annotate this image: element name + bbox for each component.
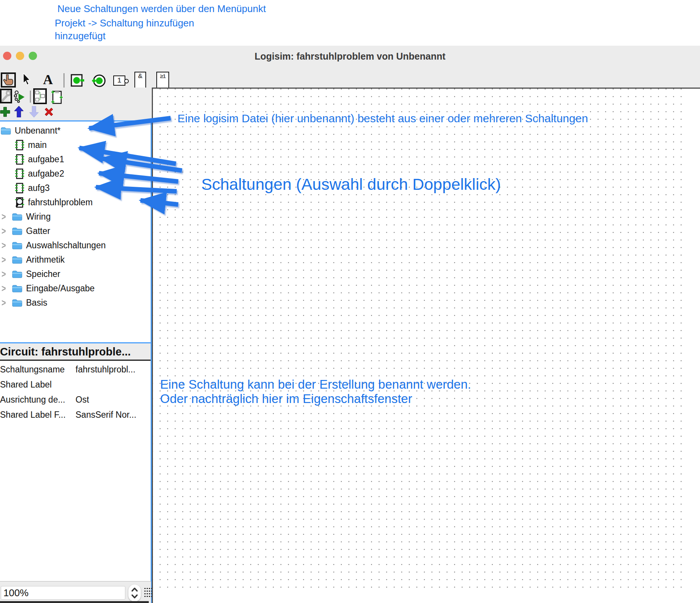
attribute-value[interactable]: fahrstuhlprobl... (76, 365, 136, 375)
tree-item-circuit-fahrstuhlproblem-current[interactable]: fahrstuhlproblem (0, 195, 151, 209)
circuit-icon (15, 183, 24, 194)
hand-icon (2, 74, 14, 86)
folder-icon (12, 256, 22, 264)
show-toolbox-button[interactable] (0, 89, 12, 103)
attribute-label: Shared Label (0, 380, 76, 390)
attributes-header-label: Circuit: fahrstuhlproble... (0, 346, 131, 358)
text-tool-icon: A (43, 72, 53, 87)
add-output-pin-button[interactable] (91, 74, 106, 89)
up-arrow-icon (14, 106, 23, 117)
tree-item-library-auswahlschaltungen[interactable]: > Auswahlschaltungen (0, 238, 151, 252)
tree-item-label: Unbenannt* (15, 126, 61, 136)
tree-item-label: Wiring (26, 212, 51, 222)
attribute-value[interactable]: Ost (76, 395, 89, 405)
maximize-window-button[interactable] (29, 52, 37, 60)
input-pin-icon (70, 74, 85, 88)
add-not-gate-button[interactable]: 1 (113, 75, 125, 86)
move-circuit-down-button[interactable] (29, 106, 39, 119)
tree-item-library-speicher[interactable]: > Speicher (0, 267, 151, 281)
and-gate-icon-label: & (138, 72, 142, 80)
attribute-label: Shared Label F... (0, 410, 76, 420)
project-explorer: Unbenannt* main aufgabe1 aufgabe2 (0, 122, 151, 342)
folder-icon (12, 213, 22, 221)
text-tool-button[interactable]: A (41, 72, 55, 87)
not-gate-bubble (124, 79, 129, 83)
tree-item-label: Speicher (26, 269, 60, 279)
add-circuit-button[interactable] (0, 107, 10, 118)
wrench-icon (2, 90, 11, 102)
chevron-right-icon[interactable]: > (2, 254, 10, 265)
tree-item-circuit-aufgabe2[interactable]: aufgabe2 (0, 166, 151, 181)
circuit-canvas[interactable] (152, 88, 700, 603)
layout-schematic-icon (35, 90, 45, 103)
appearance-icon (51, 90, 63, 105)
tree-item-circuit-main[interactable]: main (0, 138, 151, 152)
page: { "annotations": { "top_line1": "Neue Sc… (0, 0, 700, 603)
annotation-menu-line2: Projekt -> Schaltung hinzufügen (55, 17, 194, 29)
stepper-chevrons-icon (128, 585, 141, 601)
add-and-gate-button[interactable]: & (134, 72, 146, 88)
tree-item-library-basis[interactable]: > Basis (0, 295, 151, 310)
attribute-row-shared-label: Shared Label (0, 377, 151, 392)
tree-item-library-eingabe-ausgabe[interactable]: > Eingabe/Ausgabe (0, 281, 151, 295)
tree-item-library-gatter[interactable]: > Gatter (0, 224, 151, 238)
toolbar-divider (63, 73, 65, 88)
down-arrow-icon (29, 106, 39, 117)
annotation-menu-line1: Neue Schaltungen werden über den Menüpun… (57, 3, 266, 15)
tree-item-circuit-aufg3[interactable]: aufg3 (0, 181, 151, 195)
attributes-table: Schaltungsname fahrstuhlprobl... Shared … (0, 362, 151, 581)
chevron-right-icon[interactable]: > (2, 297, 10, 308)
attribute-label: Ausrichtung de... (0, 395, 76, 405)
not-gate-icon-label: 1 (117, 77, 121, 84)
output-pin-icon (91, 74, 106, 88)
tree-item-label: Eingabe/Ausgabe (26, 283, 95, 294)
zoom-stepper[interactable] (128, 585, 141, 601)
zoom-bar (0, 581, 151, 603)
edit-layout-button[interactable] (33, 88, 47, 104)
circuit-icon (15, 154, 24, 165)
annotation-menu-line3: hinzugefügt (55, 30, 105, 42)
remove-circuit-button[interactable] (44, 107, 54, 118)
tree-item-label: aufg3 (28, 183, 50, 193)
grid-toggle-icon[interactable] (143, 587, 152, 598)
attribute-label: Schaltungsname (0, 365, 76, 375)
chevron-right-icon[interactable]: > (2, 225, 10, 237)
tree-item-circuit-aufgabe1[interactable]: aufgabe1 (0, 152, 151, 166)
tree-item-library-wiring[interactable]: > Wiring (0, 209, 151, 224)
minimize-window-button[interactable] (16, 52, 24, 60)
cursor-arrow-icon (23, 73, 32, 86)
tree-item-project-root[interactable]: Unbenannt* (0, 123, 151, 138)
current-circuit-magnifier-icon (15, 197, 24, 208)
tree-item-label: aufgabe2 (28, 169, 64, 179)
plus-icon (0, 107, 10, 117)
chevron-right-icon[interactable]: > (2, 240, 10, 251)
chevron-right-icon[interactable]: > (2, 211, 10, 222)
tree-item-label: fahrstuhlproblem (28, 197, 93, 208)
window-bottom-edge (0, 601, 149, 603)
move-circuit-up-button[interactable] (14, 106, 23, 119)
canvas-grid-dots (153, 89, 683, 589)
simulation-probe-icon (14, 90, 26, 103)
annotation-naming-note-line2: Oder nachträglich hier im Eigenschaftsfe… (160, 392, 412, 406)
zoom-level-input[interactable] (1, 586, 125, 600)
folder-icon (12, 227, 22, 235)
show-simulation-tree-button[interactable] (14, 90, 26, 103)
window-title: Logisim: fahrstuhlproblem von Unbenannt (0, 51, 700, 62)
poke-tool-button[interactable] (1, 72, 16, 88)
add-or-gate-button[interactable]: ≥1 (156, 72, 169, 88)
folder-icon (12, 242, 22, 249)
folder-icon (12, 299, 22, 307)
edit-appearance-button[interactable] (51, 90, 63, 106)
delete-x-icon (44, 107, 54, 117)
chevron-right-icon[interactable]: > (2, 283, 10, 294)
folder-icon (12, 285, 22, 292)
close-window-button[interactable] (3, 52, 11, 60)
attribute-value[interactable]: SansSerif Nor... (76, 410, 136, 420)
attributes-header: Circuit: fahrstuhlproble... (0, 343, 151, 361)
select-tool-button[interactable] (23, 73, 32, 86)
toolbar-divider (30, 91, 31, 103)
annotation-naming-note-line1: Eine Schaltung kann bei der Erstellung b… (160, 377, 471, 392)
chevron-right-icon[interactable]: > (2, 268, 10, 280)
add-input-pin-button[interactable] (70, 74, 85, 89)
tree-item-library-arithmetik[interactable]: > Arithmetik (0, 252, 151, 267)
